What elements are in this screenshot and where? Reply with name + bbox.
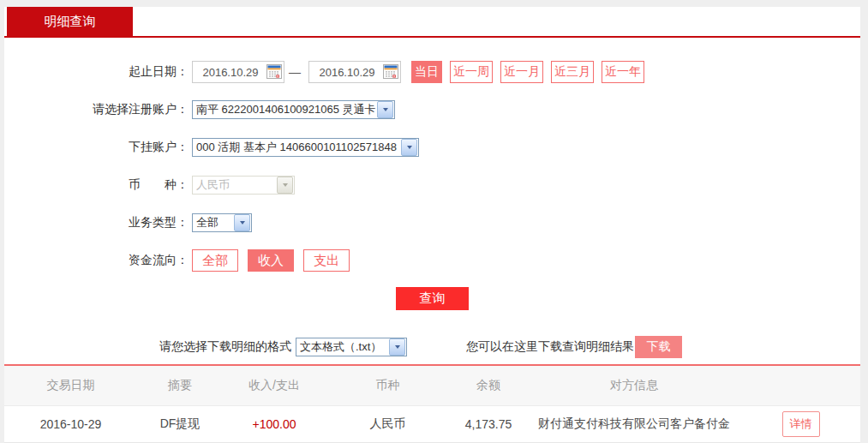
transactions-table: 交易日期 摘要 收入/支出 币种 余额 对方信息 2016-10-29 DF提现… bbox=[4, 364, 860, 443]
currency-row: 币 种： 人民币 bbox=[4, 166, 860, 204]
query-button[interactable]: 查询 bbox=[396, 287, 469, 310]
table-row: 2016-10-29 DF提现 +100.00 人民币 4,173.75 财付通… bbox=[4, 406, 860, 443]
cell-balance: 4,173.75 bbox=[450, 417, 527, 431]
cell-currency: 人民币 bbox=[326, 416, 450, 432]
quick-range-year-button[interactable]: 近一年 bbox=[602, 61, 644, 83]
currency-label: 币 种： bbox=[4, 177, 192, 193]
business-type-label: 业务类型： bbox=[4, 215, 192, 230]
query-row: 查询 bbox=[4, 279, 860, 317]
fund-flow-label: 资金流向： bbox=[4, 253, 192, 268]
cell-counterparty: 财付通支付科技有限公司客户备付金 bbox=[527, 416, 741, 432]
fund-flow-all-button[interactable]: 全部 bbox=[192, 249, 238, 272]
date-separator: — bbox=[289, 65, 301, 79]
download-format-select[interactable]: 文本格式（.txt） bbox=[296, 338, 407, 356]
end-date-field bbox=[308, 61, 401, 83]
calendar-icon[interactable] bbox=[266, 64, 282, 79]
calendar-icon[interactable] bbox=[383, 64, 398, 79]
download-row: 请您选择下载明细的格式 文本格式（.txt） 您可以在这里下载查询明细结果 下载 bbox=[4, 330, 860, 364]
detail-button[interactable]: 详情 bbox=[782, 411, 820, 437]
register-account-label: 请选择注册账户： bbox=[4, 102, 192, 117]
sub-account-select[interactable]: 000 活期 基本户 1406600101102571848 bbox=[192, 138, 419, 157]
detail-query-panel: 明细查询 起止日期： bbox=[4, 7, 860, 443]
fund-flow-expense-button[interactable]: 支出 bbox=[303, 249, 350, 272]
tab-detail-query[interactable]: 明细查询 bbox=[7, 7, 133, 36]
cell-trade-date: 2016-10-29 bbox=[4, 417, 137, 431]
currency-select: 人民币 bbox=[192, 176, 295, 195]
tab-bar: 明细查询 bbox=[4, 7, 860, 38]
business-type-value: 全部 bbox=[196, 215, 218, 230]
quick-range-quarter-button[interactable]: 近三月 bbox=[551, 61, 594, 83]
header-counterparty: 对方信息 bbox=[527, 378, 741, 393]
cell-summary: DF提现 bbox=[137, 416, 223, 432]
header-summary: 摘要 bbox=[137, 378, 223, 393]
chevron-down-icon bbox=[401, 139, 417, 156]
download-format-value: 文本格式（.txt） bbox=[300, 339, 381, 355]
download-format-label: 请您选择下载明细的格式 bbox=[159, 339, 291, 355]
chevron-down-icon bbox=[277, 177, 293, 194]
sub-account-row: 下挂账户： 000 活期 基本户 1406600101102571848 bbox=[4, 129, 860, 166]
register-account-value: 南平 6222001406100921065 灵通卡 bbox=[196, 102, 376, 117]
business-type-row: 业务类型： 全部 bbox=[4, 204, 860, 242]
cell-action: 详情 bbox=[741, 411, 860, 437]
header-currency: 币种 bbox=[326, 378, 450, 393]
register-account-select[interactable]: 南平 6222001406100921065 灵通卡 bbox=[192, 100, 395, 119]
quick-range-week-button[interactable]: 近一周 bbox=[450, 61, 493, 83]
date-range-row: 起止日期： — bbox=[4, 53, 860, 91]
table-header-row: 交易日期 摘要 收入/支出 币种 余额 对方信息 bbox=[4, 366, 860, 406]
chevron-down-icon bbox=[234, 214, 250, 231]
quick-range-month-button[interactable]: 近一月 bbox=[500, 61, 543, 83]
quick-range-today-button[interactable]: 当日 bbox=[411, 61, 442, 83]
register-account-row: 请选择注册账户： 南平 6222001406100921065 灵通卡 bbox=[4, 91, 860, 129]
sub-account-label: 下挂账户： bbox=[4, 140, 192, 155]
currency-value: 人民币 bbox=[196, 177, 230, 193]
chevron-down-icon bbox=[389, 338, 405, 356]
download-button[interactable]: 下载 bbox=[635, 336, 682, 358]
start-date-field bbox=[192, 61, 284, 83]
date-range-label: 起止日期： bbox=[4, 64, 192, 80]
fund-flow-row: 资金流向： 全部 收入 支出 bbox=[4, 242, 860, 279]
header-amount: 收入/支出 bbox=[223, 378, 326, 393]
download-hint: 您可以在这里下载查询明细结果 bbox=[466, 339, 634, 355]
header-trade-date: 交易日期 bbox=[4, 378, 137, 393]
header-balance: 余额 bbox=[450, 378, 527, 393]
cell-amount: +100.00 bbox=[223, 417, 326, 431]
query-form: 起止日期： — bbox=[4, 38, 860, 364]
chevron-down-icon bbox=[377, 101, 393, 118]
fund-flow-income-button[interactable]: 收入 bbox=[248, 249, 294, 272]
sub-account-value: 000 活期 基本户 1406600101102571848 bbox=[196, 140, 397, 155]
business-type-select[interactable]: 全部 bbox=[192, 213, 252, 232]
